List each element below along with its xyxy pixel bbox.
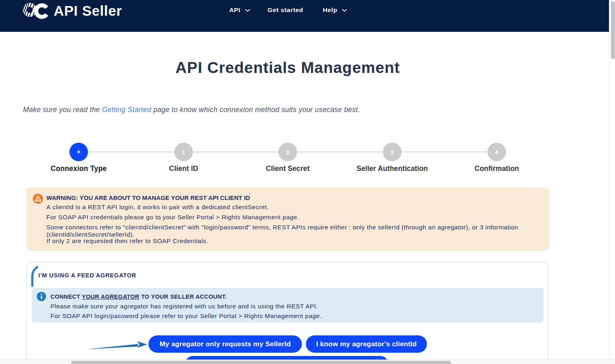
getting-started-link[interactable]: Getting Started [102,106,151,114]
browser-viewport: API Seller API Get started Help API Cred… [0,0,615,364]
warning-line: If only 2 are requested then refer to SO… [46,237,543,245]
info-title-suffix: TO YOUR SELLER ACCOUNT. [139,293,226,300]
info-icon [37,292,46,303]
step-marker: 1 [182,149,185,156]
step-circle-client-secret: 2 [278,143,297,161]
info-line: For SOAP API login/password please refer… [50,312,537,320]
vertical-scrollbar-thumb[interactable] [611,1,615,59]
info-line: Please make sure your agregator has regi… [50,303,537,310]
intro-prefix: Make sure you read the [23,106,102,114]
chevron-down-icon [245,6,250,14]
step-marker: 2 [286,149,289,156]
warning-line: For SOAP API credentials please go to yo… [46,214,543,221]
step-label-client-secret: Client Secret [235,164,340,173]
aggregator-clientid-button[interactable]: I know my agregator's clientId [306,335,427,353]
chevron-down-icon [342,6,347,14]
aggregator-section-heading: I'M USING A FEED AGREGATOR [38,272,136,279]
step-label-seller-authentication: Seller Authentication [340,164,445,173]
intro-suffix: page to know which connexion method suit… [151,106,360,114]
step-marker: 4 [495,149,498,156]
aggregator-sellerid-button[interactable]: My agregator only requests my SellerId [149,335,302,353]
octopia-logo-icon [23,3,51,21]
horizontal-scrollbar-thumb[interactable] [71,361,451,364]
nav-item-get-started[interactable]: Get started [268,6,303,14]
step-circle-client-id: 1 [174,143,193,161]
step-marker: 3 [391,149,394,156]
warning-title: WARNING: YOU ARE ABOUT TO MANAGE YOUR RE… [46,194,543,202]
brand-title: API Seller [54,2,122,19]
warning-icon [33,193,43,206]
nav-item-api[interactable]: API [229,6,250,14]
step-circle-confirmation: 4 [487,143,506,161]
step-marker: + [77,148,80,156]
page-title: API Credentials Management [26,58,549,77]
step-label-confirmation: Confirmation [444,164,549,173]
step-label-client-id: Client ID [131,164,236,173]
info-title-prefix: CONNECT [50,293,82,300]
nav-item-help[interactable]: Help [323,6,347,14]
step-circle-seller-authentication: 3 [383,143,402,161]
warning-line: Some connectors refer to "clientId/clien… [46,224,543,231]
your-aggregator-link[interactable]: YOUR AGREGATOR [82,293,140,300]
info-title: CONNECT YOUR AGREGATOR TO YOUR SELLER AC… [50,293,537,300]
info-banner: CONNECT YOUR AGREGATOR TO YOUR SELLER AC… [32,288,544,322]
warning-banner: WARNING: YOU ARE ABOUT TO MANAGE YOUR RE… [26,187,549,251]
step-label-connexion-type: Connexion Type [26,164,131,173]
step-circle-connexion-type: + [69,143,88,161]
top-navigation-bar: API Seller API Get started Help [0,0,615,32]
annotation-arrow-icon [85,340,149,354]
intro-text: Make sure you read the Getting Started p… [23,105,360,114]
warning-line: A clientId is a REST API login, it works… [46,204,543,211]
